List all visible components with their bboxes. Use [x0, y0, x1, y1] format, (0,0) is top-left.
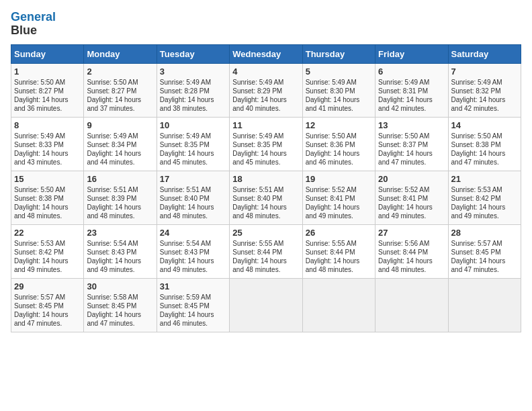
calendar-week-row: 22Sunrise: 5:53 AMSunset: 8:42 PMDayligh… — [11, 224, 521, 278]
day-number: 9 — [87, 120, 153, 130]
day-number: 21 — [451, 174, 518, 184]
day-number: 13 — [378, 120, 445, 130]
day-number: 15 — [14, 174, 81, 184]
day-number: 3 — [160, 66, 226, 77]
day-info: Sunrise: 5:50 AMSunset: 8:37 PMDaylight:… — [378, 132, 445, 167]
day-info: Sunrise: 5:54 AMSunset: 8:43 PMDaylight:… — [87, 239, 153, 274]
day-info: Sunrise: 5:57 AMSunset: 8:45 PMDaylight:… — [451, 239, 518, 274]
day-number: 7 — [451, 66, 518, 77]
day-number: 22 — [14, 228, 81, 238]
day-info: Sunrise: 5:55 AMSunset: 8:44 PMDaylight:… — [232, 239, 299, 274]
day-info: Sunrise: 5:57 AMSunset: 8:45 PMDaylight:… — [14, 293, 81, 328]
day-number: 24 — [160, 228, 226, 238]
day-info: Sunrise: 5:50 AMSunset: 8:36 PMDaylight:… — [306, 132, 372, 167]
day-number: 10 — [160, 120, 226, 130]
calendar-body: 1Sunrise: 5:50 AMSunset: 8:27 PMDaylight… — [11, 63, 521, 332]
day-info: Sunrise: 5:49 AMSunset: 8:31 PMDaylight:… — [378, 78, 445, 113]
calendar-cell — [230, 278, 302, 332]
calendar-cell: 30Sunrise: 5:58 AMSunset: 8:45 PMDayligh… — [84, 278, 157, 332]
calendar-cell — [448, 278, 521, 332]
day-info: Sunrise: 5:50 AMSunset: 8:38 PMDaylight:… — [14, 185, 81, 220]
calendar-header: SundayMondayTuesdayWednesdayThursdayFrid… — [11, 44, 521, 63]
weekday-header: Sunday — [11, 44, 84, 63]
day-info: Sunrise: 5:49 AMSunset: 8:35 PMDaylight:… — [160, 132, 226, 167]
weekday-header: Monday — [84, 44, 157, 63]
logo: General Blue — [11, 11, 56, 38]
calendar-cell: 2Sunrise: 5:50 AMSunset: 8:27 PMDaylight… — [84, 63, 157, 117]
weekday-header: Thursday — [302, 44, 375, 63]
calendar-cell: 22Sunrise: 5:53 AMSunset: 8:42 PMDayligh… — [11, 224, 84, 278]
day-info: Sunrise: 5:49 AMSunset: 8:30 PMDaylight:… — [306, 78, 372, 113]
weekday-header: Friday — [375, 44, 448, 63]
day-info: Sunrise: 5:49 AMSunset: 8:33 PMDaylight:… — [14, 132, 81, 167]
day-info: Sunrise: 5:49 AMSunset: 8:32 PMDaylight:… — [451, 78, 518, 113]
logo-text: General Blue — [11, 11, 56, 38]
calendar-week-row: 29Sunrise: 5:57 AMSunset: 8:45 PMDayligh… — [11, 278, 521, 332]
day-number: 20 — [378, 174, 445, 184]
calendar-cell: 4Sunrise: 5:49 AMSunset: 8:29 PMDaylight… — [230, 63, 302, 117]
day-number: 31 — [160, 281, 226, 291]
calendar-cell — [302, 278, 375, 332]
weekday-header: Wednesday — [230, 44, 302, 63]
day-number: 8 — [14, 120, 81, 130]
day-number: 27 — [378, 228, 445, 238]
page-header: General Blue — [11, 11, 521, 38]
calendar-table: SundayMondayTuesdayWednesdayThursdayFrid… — [11, 44, 521, 332]
calendar-cell: 28Sunrise: 5:57 AMSunset: 8:45 PMDayligh… — [448, 224, 521, 278]
calendar-cell: 1Sunrise: 5:50 AMSunset: 8:27 PMDaylight… — [11, 63, 84, 117]
day-info: Sunrise: 5:51 AMSunset: 8:39 PMDaylight:… — [87, 185, 153, 220]
calendar-cell: 8Sunrise: 5:49 AMSunset: 8:33 PMDaylight… — [11, 117, 84, 171]
calendar-cell: 29Sunrise: 5:57 AMSunset: 8:45 PMDayligh… — [11, 278, 84, 332]
calendar-cell: 12Sunrise: 5:50 AMSunset: 8:36 PMDayligh… — [302, 117, 375, 171]
calendar-cell: 19Sunrise: 5:52 AMSunset: 8:41 PMDayligh… — [302, 171, 375, 224]
day-info: Sunrise: 5:51 AMSunset: 8:40 PMDaylight:… — [160, 185, 226, 220]
day-number: 25 — [232, 228, 299, 238]
calendar-cell: 7Sunrise: 5:49 AMSunset: 8:32 PMDaylight… — [448, 63, 521, 117]
day-number: 4 — [232, 66, 299, 77]
day-info: Sunrise: 5:50 AMSunset: 8:27 PMDaylight:… — [14, 78, 81, 113]
day-info: Sunrise: 5:49 AMSunset: 8:35 PMDaylight:… — [232, 132, 299, 167]
calendar-cell: 18Sunrise: 5:51 AMSunset: 8:40 PMDayligh… — [230, 171, 302, 224]
day-info: Sunrise: 5:50 AMSunset: 8:38 PMDaylight:… — [451, 132, 518, 167]
calendar-cell: 16Sunrise: 5:51 AMSunset: 8:39 PMDayligh… — [84, 171, 157, 224]
day-info: Sunrise: 5:54 AMSunset: 8:43 PMDaylight:… — [160, 239, 226, 274]
weekday-header: Saturday — [448, 44, 521, 63]
calendar-week-row: 15Sunrise: 5:50 AMSunset: 8:38 PMDayligh… — [11, 171, 521, 224]
day-info: Sunrise: 5:59 AMSunset: 8:45 PMDaylight:… — [160, 293, 226, 328]
calendar-cell: 14Sunrise: 5:50 AMSunset: 8:38 PMDayligh… — [448, 117, 521, 171]
calendar-cell: 24Sunrise: 5:54 AMSunset: 8:43 PMDayligh… — [157, 224, 229, 278]
day-number: 26 — [306, 228, 372, 238]
calendar-cell: 13Sunrise: 5:50 AMSunset: 8:37 PMDayligh… — [375, 117, 448, 171]
day-info: Sunrise: 5:53 AMSunset: 8:42 PMDaylight:… — [14, 239, 81, 274]
calendar-cell: 21Sunrise: 5:53 AMSunset: 8:42 PMDayligh… — [448, 171, 521, 224]
day-number: 6 — [378, 66, 445, 77]
calendar-cell: 5Sunrise: 5:49 AMSunset: 8:30 PMDaylight… — [302, 63, 375, 117]
day-number: 14 — [451, 120, 518, 130]
calendar-cell: 10Sunrise: 5:49 AMSunset: 8:35 PMDayligh… — [157, 117, 229, 171]
day-info: Sunrise: 5:49 AMSunset: 8:34 PMDaylight:… — [87, 132, 153, 167]
day-number: 30 — [87, 281, 153, 291]
day-number: 23 — [87, 228, 153, 238]
day-info: Sunrise: 5:58 AMSunset: 8:45 PMDaylight:… — [87, 293, 153, 328]
weekday-header: Tuesday — [157, 44, 229, 63]
calendar-week-row: 1Sunrise: 5:50 AMSunset: 8:27 PMDaylight… — [11, 63, 521, 117]
day-info: Sunrise: 5:56 AMSunset: 8:44 PMDaylight:… — [378, 239, 445, 274]
day-info: Sunrise: 5:52 AMSunset: 8:41 PMDaylight:… — [306, 185, 372, 220]
calendar-cell: 11Sunrise: 5:49 AMSunset: 8:35 PMDayligh… — [230, 117, 302, 171]
day-number: 2 — [87, 66, 153, 77]
day-number: 18 — [232, 174, 299, 184]
day-info: Sunrise: 5:53 AMSunset: 8:42 PMDaylight:… — [451, 185, 518, 220]
calendar-cell: 31Sunrise: 5:59 AMSunset: 8:45 PMDayligh… — [157, 278, 229, 332]
day-info: Sunrise: 5:52 AMSunset: 8:41 PMDaylight:… — [378, 185, 445, 220]
calendar-cell: 23Sunrise: 5:54 AMSunset: 8:43 PMDayligh… — [84, 224, 157, 278]
day-number: 1 — [14, 66, 81, 77]
day-info: Sunrise: 5:51 AMSunset: 8:40 PMDaylight:… — [232, 185, 299, 220]
calendar-cell: 6Sunrise: 5:49 AMSunset: 8:31 PMDaylight… — [375, 63, 448, 117]
day-info: Sunrise: 5:49 AMSunset: 8:29 PMDaylight:… — [232, 78, 299, 113]
calendar-week-row: 8Sunrise: 5:49 AMSunset: 8:33 PMDaylight… — [11, 117, 521, 171]
calendar-cell: 15Sunrise: 5:50 AMSunset: 8:38 PMDayligh… — [11, 171, 84, 224]
calendar-cell: 9Sunrise: 5:49 AMSunset: 8:34 PMDaylight… — [84, 117, 157, 171]
day-number: 5 — [306, 66, 372, 77]
calendar-cell: 27Sunrise: 5:56 AMSunset: 8:44 PMDayligh… — [375, 224, 448, 278]
calendar-cell: 17Sunrise: 5:51 AMSunset: 8:40 PMDayligh… — [157, 171, 229, 224]
